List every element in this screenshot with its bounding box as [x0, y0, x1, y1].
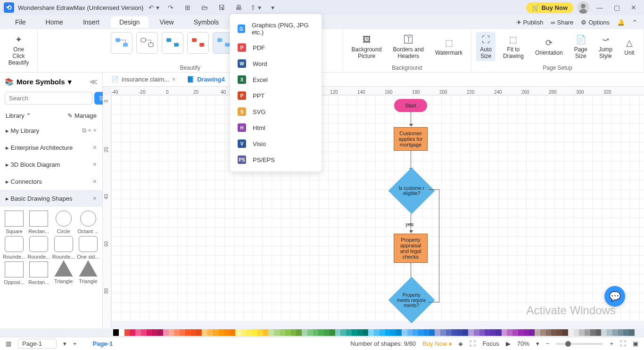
menu-file[interactable]: File [7, 16, 34, 28]
flowchart-process[interactable]: Property appraisal and legal checks [394, 234, 428, 263]
shape-item[interactable]: One sid... [77, 236, 99, 260]
color-swatch[interactable] [213, 329, 219, 336]
color-swatch[interactable] [330, 329, 335, 336]
flowchart-process[interactable]: Customer applies for mortgage [394, 127, 428, 151]
fullscreen-icon[interactable]: ▣ [633, 340, 638, 347]
color-palette[interactable] [113, 329, 635, 337]
one-click-beautify-button[interactable]: ✦ One Click Beautify [5, 32, 33, 68]
page-tab[interactable]: Page-1 [93, 340, 113, 347]
color-swatch[interactable] [241, 329, 247, 336]
color-swatch[interactable] [479, 329, 485, 336]
color-swatch[interactable] [446, 329, 452, 336]
color-swatch[interactable] [141, 329, 147, 336]
symbol-category[interactable]: ▸ Connectors× [0, 173, 102, 190]
page-dropdown-icon[interactable]: ▾ [63, 340, 66, 347]
color-swatch[interactable] [124, 329, 130, 336]
connector[interactable] [411, 112, 411, 126]
print-icon[interactable]: 🖶 [232, 1, 245, 14]
color-swatch[interactable] [418, 329, 424, 336]
menu-design[interactable]: Design [111, 16, 149, 28]
color-swatch[interactable] [224, 329, 230, 336]
export-pdf[interactable]: PPDF [230, 40, 322, 56]
color-swatch[interactable] [474, 329, 479, 336]
new-icon[interactable]: ⊞ [181, 1, 194, 14]
color-swatch[interactable] [390, 329, 396, 336]
color-swatch[interactable] [629, 329, 635, 336]
color-swatch[interactable] [429, 329, 435, 336]
zoom-in-button[interactable]: + [610, 340, 613, 347]
export-word[interactable]: WWord [230, 56, 322, 72]
shape-item[interactable]: Square [3, 211, 25, 234]
export-icon[interactable]: ⇧ ▾ [249, 1, 262, 14]
color-swatch[interactable] [180, 329, 185, 336]
color-swatch[interactable] [485, 329, 490, 336]
export-ps-eps[interactable]: PSPS/EPS [230, 152, 322, 168]
document-tab[interactable]: 📘 Drawing4 [182, 74, 230, 85]
close-tab-icon[interactable]: × [172, 76, 175, 83]
theme-preset[interactable] [136, 32, 158, 54]
color-swatch[interactable] [357, 329, 363, 336]
color-swatch[interactable] [452, 329, 457, 336]
flowchart-start[interactable]: Start [394, 99, 427, 112]
minimize-icon[interactable]: — [593, 1, 606, 14]
color-swatch[interactable] [457, 329, 462, 336]
focus-mode-icon[interactable]: ⛶ [470, 340, 476, 347]
color-swatch[interactable] [540, 329, 546, 336]
share-button[interactable]: ∞ Share [551, 19, 573, 26]
export-visio[interactable]: VVisio [230, 136, 322, 152]
focus-label[interactable]: Focus [482, 340, 499, 347]
color-swatch[interactable] [585, 329, 590, 336]
color-swatch[interactable] [402, 329, 407, 336]
color-swatch[interactable] [413, 329, 418, 336]
color-swatch[interactable] [557, 329, 562, 336]
color-swatch[interactable] [318, 329, 324, 336]
redo-icon[interactable]: ↷ [164, 1, 177, 14]
color-swatch[interactable] [363, 329, 368, 336]
close-icon[interactable]: × [93, 178, 97, 185]
color-swatch[interactable] [302, 329, 307, 336]
chat-fab[interactable]: 💬 [604, 286, 625, 307]
zoom-out-button[interactable]: − [546, 340, 550, 347]
color-swatch[interactable] [257, 329, 263, 336]
symbol-category[interactable]: ▸ Enterprise Architecture× [0, 139, 102, 156]
maximize-icon[interactable]: ▢ [610, 1, 623, 14]
jump-style-button[interactable]: ⤻Jump Style [595, 32, 616, 61]
zoom-slider[interactable] [556, 343, 603, 345]
save-icon[interactable]: 🖫 [215, 1, 228, 14]
shape-item[interactable]: Rectan... [27, 211, 50, 234]
color-swatch[interactable] [551, 329, 557, 336]
export-html[interactable]: HHtml [230, 120, 322, 136]
add-page-button[interactable]: + [73, 340, 77, 347]
color-swatch[interactable] [113, 329, 119, 336]
color-swatch[interactable] [407, 329, 413, 336]
fit-page-icon[interactable]: ⛶ [620, 340, 626, 347]
watermark-button[interactable]: ⬚Watermark [431, 35, 466, 58]
close-icon[interactable]: × [93, 144, 97, 151]
color-swatch[interactable] [529, 329, 535, 336]
collapse-ribbon-icon[interactable]: ⌃ [632, 19, 637, 26]
color-swatch[interactable] [502, 329, 507, 336]
publish-button[interactable]: ✈ Publish [516, 19, 544, 26]
color-swatch[interactable] [152, 329, 157, 336]
color-swatch[interactable] [590, 329, 596, 336]
shape-item[interactable]: Rounde... [52, 236, 75, 260]
color-swatch[interactable] [174, 329, 180, 336]
color-swatch[interactable] [618, 329, 624, 336]
color-swatch[interactable] [374, 329, 380, 336]
open-icon[interactable]: 🗁 [198, 1, 211, 14]
color-swatch[interactable] [307, 329, 313, 336]
menu-home[interactable]: Home [37, 16, 72, 28]
borders-headers-button[interactable]: 🅃Borders and Headers [389, 32, 428, 61]
shape-item[interactable]: Triangle [52, 261, 75, 285]
connector[interactable] [428, 189, 439, 302]
zoom-value[interactable]: 70% [517, 340, 529, 347]
color-swatch[interactable] [324, 329, 330, 336]
presentation-icon[interactable]: ▶ [506, 340, 511, 347]
color-swatch[interactable] [119, 329, 124, 336]
collapse-sidebar-icon[interactable]: ≪ [90, 77, 98, 86]
bg-picture-button[interactable]: 🖼Background Picture [348, 32, 386, 61]
color-swatch[interactable] [468, 329, 474, 336]
color-swatch[interactable] [280, 329, 285, 336]
color-swatch[interactable] [346, 329, 352, 336]
undo-icon[interactable]: ↶ ▾ [147, 1, 160, 14]
